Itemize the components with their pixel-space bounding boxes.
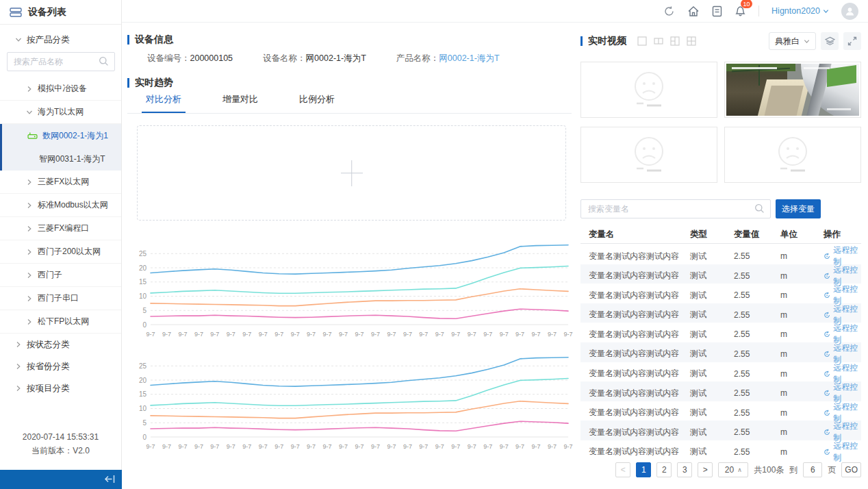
no-video-placeholder-icon bbox=[627, 135, 671, 175]
cell-value: 2.55 bbox=[734, 310, 780, 320]
video-tile-3[interactable] bbox=[580, 127, 717, 183]
tab-比例分析[interactable]: 比例分析 bbox=[299, 93, 335, 112]
page-size-select[interactable]: 20∧ bbox=[718, 462, 748, 477]
sidebar-node-西门子200以太网[interactable]: 西门子200以太网 bbox=[0, 240, 121, 264]
chevron-right-icon bbox=[26, 272, 33, 279]
sidebar-node-三菱FX以太网[interactable]: 三菱FX以太网 bbox=[0, 171, 121, 194]
select-variable-button[interactable]: 选择变量 bbox=[776, 199, 821, 218]
sidebar-node-西门子[interactable]: 西门子 bbox=[0, 264, 121, 287]
cell-unit: m bbox=[780, 271, 824, 281]
video-tile-2-live-stream[interactable] bbox=[724, 62, 861, 118]
product-name-link[interactable]: 网0002-1-海为T bbox=[439, 53, 499, 63]
add-chart-placeholder[interactable] bbox=[137, 125, 566, 221]
cell-unit: m bbox=[780, 369, 824, 379]
cell-type: 测试 bbox=[690, 388, 734, 399]
svg-text:9-7: 9-7 bbox=[483, 331, 492, 338]
topbar-divider bbox=[758, 5, 759, 16]
variable-search-input[interactable] bbox=[580, 199, 771, 218]
device-online-icon bbox=[27, 131, 38, 140]
refresh-icon[interactable] bbox=[663, 5, 675, 17]
page-button-3[interactable]: 3 bbox=[677, 462, 692, 477]
avatar[interactable] bbox=[841, 3, 858, 20]
notifications-bell-icon[interactable]: 10 bbox=[735, 5, 746, 17]
video-tile-1[interactable] bbox=[580, 62, 717, 118]
trend-tabs: 对比分析增量对比比例分析 bbox=[146, 93, 335, 112]
svg-text:9-7: 9-7 bbox=[291, 331, 300, 338]
next-page-button[interactable]: > bbox=[698, 462, 713, 477]
sidebar-node-标准Modbus以太网[interactable]: 标准Modbus以太网 bbox=[0, 194, 121, 217]
remote-control-link[interactable]: 远程控制 bbox=[824, 440, 861, 464]
sidebar-category-按项目分类[interactable]: 按项目分类 bbox=[0, 377, 121, 399]
sidebar-category-按省份分类[interactable]: 按省份分类 bbox=[0, 355, 121, 377]
video-tile-4[interactable] bbox=[724, 127, 861, 183]
svg-text:9-7: 9-7 bbox=[532, 443, 541, 450]
video-fullscreen-button[interactable] bbox=[843, 32, 861, 50]
svg-text:10: 10 bbox=[139, 292, 147, 300]
no-video-placeholder-icon bbox=[771, 135, 815, 175]
cell-name: 变量名测试内容测试内容 bbox=[589, 251, 690, 262]
user-menu[interactable]: Hignton2020 bbox=[771, 6, 829, 16]
sidebar-node-西门子串口[interactable]: 西门子串口 bbox=[0, 287, 121, 310]
svg-text:9-7: 9-7 bbox=[419, 443, 428, 450]
tab-增量对比[interactable]: 增量对比 bbox=[222, 93, 258, 112]
layout-three-split-icon[interactable] bbox=[670, 36, 680, 46]
cell-name: 变量名测试内容测试内容 bbox=[589, 270, 690, 281]
sidebar-node-三菱FX编程口[interactable]: 三菱FX编程口 bbox=[0, 217, 121, 240]
cell-type: 测试 bbox=[690, 348, 734, 360]
svg-text:0: 0 bbox=[142, 434, 146, 441]
home-icon[interactable] bbox=[687, 5, 700, 17]
document-icon[interactable] bbox=[712, 5, 722, 17]
prev-page-button[interactable]: < bbox=[615, 462, 630, 477]
sidebar-category-按状态分类[interactable]: 按状态分类 bbox=[0, 334, 121, 355]
page-button-2[interactable]: 2 bbox=[656, 462, 672, 477]
cell-type: 测试 bbox=[690, 309, 734, 321]
remote-control-icon bbox=[824, 448, 830, 456]
goto-page-input[interactable]: 6 bbox=[803, 462, 822, 477]
trend-chart-2: 25201510509-79-79-79-79-79-79-79-79-79-7… bbox=[130, 348, 574, 456]
sidebar-device-数网0002-1-海为1[interactable]: 数网0002-1-海为1 bbox=[2, 124, 121, 147]
sidebar-collapse-bar bbox=[0, 470, 122, 489]
svg-text:9-7: 9-7 bbox=[387, 443, 396, 450]
layout-grid-icon[interactable] bbox=[687, 36, 696, 46]
collapse-sidebar-icon[interactable] bbox=[104, 474, 116, 484]
chevron-right-icon bbox=[26, 179, 33, 186]
total-count-label: 共100条 bbox=[754, 464, 784, 476]
cell-value: 2.55 bbox=[734, 388, 780, 398]
sidebar-category-product[interactable]: 按产品分类 bbox=[0, 31, 121, 49]
video-theme-select[interactable]: 典雅白 bbox=[769, 32, 816, 50]
cell-type: 测试 bbox=[690, 407, 734, 418]
svg-text:9-7: 9-7 bbox=[323, 443, 332, 450]
sidebar-device-智网0031-1-海为T[interactable]: 智网0031-1-海为T bbox=[2, 147, 121, 171]
cell-unit: m bbox=[780, 408, 824, 418]
sidebar-header: 设备列表 bbox=[0, 0, 121, 25]
sidebar-node-松下FP以太网[interactable]: 松下FP以太网 bbox=[0, 310, 121, 334]
device-list-icon bbox=[10, 7, 22, 18]
chevron-right-icon bbox=[26, 225, 33, 232]
user-icon bbox=[845, 6, 855, 16]
cell-type: 测试 bbox=[690, 368, 734, 379]
go-button[interactable]: GO bbox=[841, 462, 861, 477]
column-header-变量名: 变量名 bbox=[589, 229, 690, 240]
layout-two-split-icon[interactable] bbox=[654, 36, 663, 46]
cctv-stream-frame bbox=[726, 64, 859, 116]
cell-type: 测试 bbox=[690, 290, 734, 301]
cell-value: 2.55 bbox=[734, 290, 780, 300]
tab-对比分析[interactable]: 对比分析 bbox=[146, 93, 181, 112]
remote-control-icon bbox=[824, 311, 830, 319]
svg-text:9-7: 9-7 bbox=[339, 443, 348, 450]
sidebar-search bbox=[7, 52, 114, 71]
remote-control-icon bbox=[824, 428, 830, 436]
svg-text:9-7: 9-7 bbox=[419, 331, 428, 338]
remote-control-icon bbox=[824, 409, 830, 417]
svg-text:9-7: 9-7 bbox=[339, 331, 348, 338]
variable-row-10: 变量名测试内容测试内容测试2.55m远程控制 bbox=[580, 421, 861, 440]
chevron-right-icon bbox=[26, 249, 33, 255]
svg-text:9-7: 9-7 bbox=[227, 331, 235, 338]
cell-unit: m bbox=[780, 329, 824, 339]
video-layers-button[interactable] bbox=[821, 32, 839, 50]
layout-single-icon[interactable] bbox=[637, 36, 647, 46]
page-button-1[interactable]: 1 bbox=[636, 462, 651, 477]
chevron-right-icon bbox=[26, 295, 33, 302]
sidebar-node-海为T以太网[interactable]: 海为T以太网 bbox=[0, 101, 121, 124]
sidebar-node-模拟中冶设备[interactable]: 模拟中冶设备 bbox=[0, 77, 121, 101]
